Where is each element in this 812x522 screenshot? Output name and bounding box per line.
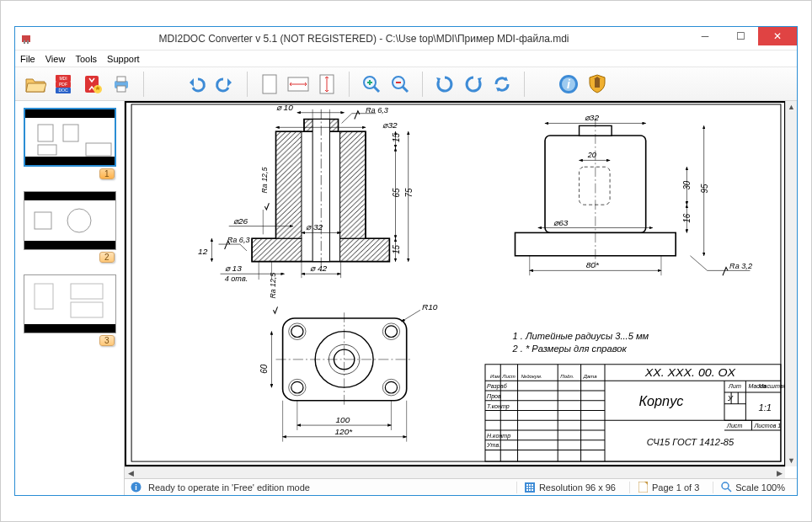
undo-button[interactable]	[184, 72, 208, 96]
svg-rect-23	[38, 125, 53, 141]
svg-text:60: 60	[259, 364, 269, 373]
zoom-in-button[interactable]	[360, 72, 383, 96]
status-resolution: Resolution 96 x 96	[539, 482, 616, 493]
svg-rect-34	[340, 131, 366, 238]
svg-text:⌀32: ⌀32	[585, 114, 600, 123]
svg-text:Н.контр: Н.контр	[487, 433, 510, 439]
resolution-icon	[524, 482, 536, 493]
maximize-button[interactable]: ☐	[723, 27, 758, 45]
svg-text:⌀32: ⌀32	[382, 120, 398, 130]
svg-rect-30	[71, 284, 103, 299]
fit-page-button[interactable]	[258, 72, 281, 96]
svg-rect-22	[595, 79, 600, 88]
page-number-1: 1	[99, 168, 115, 179]
svg-text:20: 20	[587, 152, 596, 160]
menu-view[interactable]: View	[45, 54, 66, 64]
svg-text:Лист: Лист	[726, 423, 742, 429]
redo-button[interactable]	[213, 72, 237, 96]
svg-text:У: У	[727, 394, 734, 402]
svg-rect-24	[63, 125, 78, 141]
rotate-left-button[interactable]	[433, 72, 457, 96]
close-button[interactable]: ✕	[758, 27, 797, 45]
register-button[interactable]	[585, 72, 609, 96]
svg-text:15: 15	[391, 245, 400, 254]
svg-rect-176	[526, 487, 528, 488]
svg-text:Дата: Дата	[583, 374, 598, 379]
svg-text:30: 30	[682, 180, 692, 189]
svg-text:65: 65	[391, 188, 400, 197]
svg-text:16: 16	[682, 213, 692, 222]
svg-text:PDF: PDF	[59, 82, 67, 87]
svg-text:Ra 6,3: Ra 6,3	[366, 106, 388, 115]
toolbar: MDIPDFDOC i	[15, 67, 797, 101]
svg-text:XX. XXX. 00. OX: XX. XXX. 00. OX	[644, 366, 736, 380]
app-window: MDI2DOC Converter v 5.1 (NOT REGISTERED)…	[14, 26, 798, 496]
thumbnail-1[interactable]: 1	[24, 108, 116, 167]
page-number-2: 2	[99, 252, 115, 263]
page-number-3: 3	[99, 335, 115, 346]
svg-text:⌀ 10: ⌀ 10	[276, 103, 294, 112]
app-icon	[20, 32, 34, 45]
svg-point-183	[722, 482, 729, 489]
refresh-button[interactable]	[490, 72, 514, 96]
status-page: Page 1 of 3	[652, 482, 699, 493]
wizard-button[interactable]	[81, 72, 104, 96]
svg-rect-2	[27, 40, 29, 44]
fit-height-button[interactable]	[315, 72, 339, 96]
svg-text:2 . * Размеры для справок: 2 . * Размеры для справок	[511, 344, 627, 354]
svg-text:⌀ 32: ⌀ 32	[306, 223, 323, 232]
menu-file[interactable]: File	[20, 54, 35, 64]
svg-text:Ra 12,5: Ra 12,5	[269, 273, 277, 299]
svg-text:⌀ 42: ⌀ 42	[310, 264, 328, 274]
convert-button[interactable]: MDIPDFDOC	[52, 72, 76, 96]
svg-text:Утв.: Утв.	[486, 443, 500, 449]
page-icon	[637, 482, 649, 493]
svg-text:Изм: Изм	[490, 374, 499, 379]
svg-text:⌀63: ⌀63	[553, 218, 569, 227]
info-button[interactable]: i	[557, 72, 580, 96]
fit-width-button[interactable]	[286, 72, 310, 96]
svg-text:R10: R10	[422, 302, 438, 312]
thumbnail-3[interactable]: 3	[24, 274, 116, 333]
svg-text:Подп.: Подп.	[560, 374, 574, 379]
menu-support[interactable]: Support	[107, 54, 140, 64]
svg-text:Ra 12,5: Ra 12,5	[260, 168, 269, 194]
thumbnail-panel: 1 2 3	[15, 101, 125, 495]
print-button[interactable]	[110, 72, 133, 96]
menu-tools[interactable]: Tools	[75, 54, 97, 64]
svg-text:75: 75	[404, 188, 414, 197]
status-ready: Ready to operate in 'Free' edition mode	[148, 482, 310, 493]
window-title: MDI2DOC Converter v 5.1 (NOT REGISTERED)…	[40, 33, 687, 45]
svg-text:Корпус: Корпус	[639, 394, 684, 408]
minimize-button[interactable]: ─	[687, 27, 723, 45]
svg-rect-40	[313, 120, 329, 262]
svg-text:№докум.: №докум.	[521, 374, 542, 379]
svg-text:95: 95	[700, 184, 709, 193]
svg-text:СЧ15  ГОСТ  1412-85: СЧ15 ГОСТ 1412-85	[647, 437, 735, 447]
svg-text:Листов 1: Листов 1	[753, 423, 781, 429]
svg-text:15: 15	[391, 133, 400, 142]
open-button[interactable]	[24, 72, 47, 96]
window-buttons: ─ ☐ ✕	[687, 27, 797, 50]
svg-rect-14	[263, 75, 276, 93]
rotate-right-button[interactable]	[462, 72, 485, 96]
svg-text:1 . Литейные радиусы 3...5 мм: 1 . Литейные радиусы 3...5 мм	[512, 332, 649, 342]
svg-rect-177	[529, 487, 531, 488]
main-view: ⌀ 10 Ra 6,3 ⌀32 75 15 65 15 ⌀26 ⌀ 32	[125, 101, 797, 495]
svg-rect-178	[532, 487, 533, 488]
zoom-out-button[interactable]	[388, 72, 412, 96]
svg-text:Т.контр: Т.контр	[487, 403, 510, 410]
svg-rect-179	[526, 489, 528, 491]
svg-rect-1	[24, 40, 25, 44]
svg-text:4 отв.: 4 отв.	[225, 274, 248, 283]
horizontal-scrollbar[interactable]: ◀▶	[125, 466, 785, 478]
thumbnail-2[interactable]: 2	[24, 191, 116, 250]
svg-text:Ra 6,3: Ra 6,3	[227, 236, 250, 244]
drawing-page: ⌀ 10 Ra 6,3 ⌀32 75 15 65 15 ⌀26 ⌀ 32	[125, 101, 785, 466]
svg-rect-28	[35, 212, 51, 229]
svg-rect-31	[71, 302, 103, 317]
svg-rect-180	[529, 489, 531, 491]
viewer: ⌀ 10 Ra 6,3 ⌀32 75 15 65 15 ⌀26 ⌀ 32	[125, 101, 797, 478]
svg-text:100: 100	[336, 415, 350, 424]
vertical-scrollbar[interactable]: ▲▼	[785, 101, 797, 466]
